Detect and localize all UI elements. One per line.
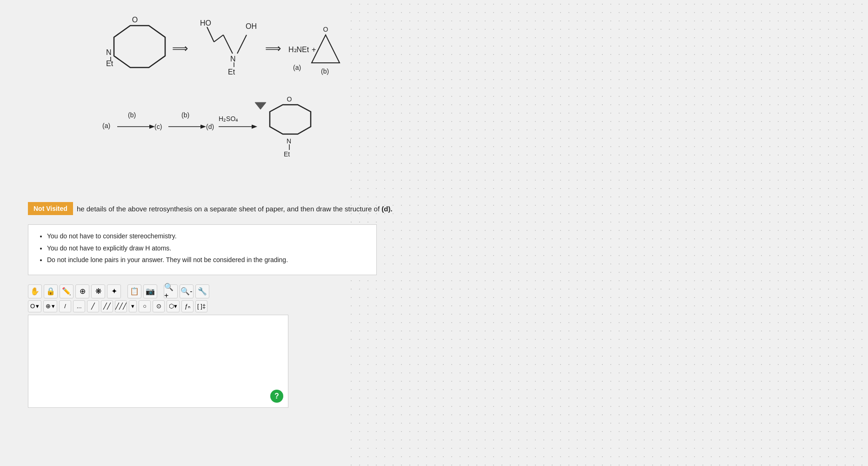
not-visited-badge: Not Visited: [28, 202, 73, 215]
chem-svg: O N Et ⟹ HO N Et OH ⟹ H₂NEt: [28, 9, 437, 191]
triple-bond-button[interactable]: ╱╱╱: [115, 300, 127, 312]
formula-button[interactable]: ƒₙ: [181, 300, 194, 312]
svg-text:O: O: [287, 95, 292, 103]
help-button[interactable]: ?: [270, 390, 283, 403]
svg-line-8: [214, 35, 223, 42]
zoom-in-button[interactable]: 🔍+: [164, 284, 178, 298]
svg-text:Et: Et: [284, 150, 290, 158]
camera-tool-button[interactable]: 📷: [143, 284, 157, 298]
shape-dropdown[interactable]: O ▾: [28, 300, 41, 312]
svg-marker-0: [114, 26, 165, 68]
svg-text:N: N: [106, 48, 112, 56]
lock-tool-button[interactable]: 🔒: [44, 284, 58, 298]
drawing-canvas[interactable]: ?: [28, 315, 288, 408]
double-bond-button[interactable]: ╱╱: [101, 300, 113, 312]
ring-tool-button[interactable]: ⊕: [75, 284, 89, 298]
bond-tool-button[interactable]: ✦: [107, 284, 121, 298]
svg-text:N: N: [230, 55, 236, 63]
svg-line-7: [207, 27, 214, 42]
svg-text:+: +: [312, 46, 316, 54]
select-tool-button[interactable]: ✋: [28, 284, 42, 298]
svg-text:HO: HO: [200, 19, 211, 27]
svg-text:(b): (b): [181, 111, 189, 119]
svg-text:O: O: [132, 16, 138, 24]
toolbar-area: ✋ 🔒 ✏️ ⊕ ❋ ✦ 📋 📷 🔍+ 🔍- 🔧 O ▾ ⊕ ▾ / ...: [28, 284, 307, 312]
svg-marker-36: [255, 102, 266, 109]
clipboard-tool-button[interactable]: 📋: [127, 284, 141, 298]
question-row: Not Visited he details of the above retr…: [28, 202, 868, 215]
svg-text:(a): (a): [102, 122, 110, 129]
svg-text:OH: OH: [246, 22, 257, 30]
ring-dropdown[interactable]: ⊕ ▾: [43, 300, 57, 312]
dashed-bond-button[interactable]: ...: [73, 300, 85, 312]
svg-text:⟹: ⟹: [265, 42, 281, 54]
svg-text:(b): (b): [321, 68, 329, 75]
toolbar-row-1: ✋ 🔒 ✏️ ⊕ ❋ ✦ 📋 📷 🔍+ 🔍- 🔧: [28, 284, 307, 298]
svg-text:(b): (b): [128, 111, 136, 119]
bold-bond-button[interactable]: ╱: [87, 300, 99, 312]
svg-text:Et: Et: [228, 68, 235, 76]
ring-button[interactable]: ○: [139, 300, 151, 312]
instruction-item-2: You do not have to explicitly draw H ato…: [47, 244, 367, 253]
toolbar-row-2: O ▾ ⊕ ▾ / ... ╱ ╱╱ ╱╱╱ ▾ ○ ⊙ ⬡▾ ƒₙ [ ]‡: [28, 300, 307, 312]
svg-text:(d): (d): [206, 123, 214, 130]
svg-text:O: O: [323, 26, 328, 33]
svg-text:H₂NEt: H₂NEt: [288, 46, 309, 54]
shape-dropdown-chevron: ▾: [36, 303, 39, 310]
polygon-dropdown[interactable]: ⬡▾: [167, 300, 180, 312]
polygon-label: ⬡▾: [169, 303, 177, 310]
svg-marker-31: [270, 105, 311, 134]
zoom-out-button[interactable]: 🔍-: [180, 284, 194, 298]
shape-dropdown-label: O: [30, 303, 35, 310]
chain-tool-button[interactable]: ❋: [91, 284, 105, 298]
bond-type-dropdown[interactable]: ▾: [129, 300, 137, 312]
bracket-button[interactable]: [ ]‡: [195, 300, 207, 312]
svg-text:(c): (c): [154, 123, 162, 130]
settings-button[interactable]: 🔧: [195, 284, 209, 298]
instruction-item-1: You do not have to consider stereochemis…: [47, 232, 367, 241]
draw-tool-button[interactable]: ✏️: [60, 284, 73, 298]
svg-text:H₂SO₄: H₂SO₄: [219, 115, 238, 122]
svg-line-13: [237, 35, 247, 54]
instructions-box: You do not have to consider stereochemis…: [28, 224, 377, 275]
aromatic-ring-button[interactable]: ⊙: [153, 300, 165, 312]
single-bond-button[interactable]: /: [59, 300, 71, 312]
question-text: he details of the above retrosynthesis o…: [77, 205, 393, 213]
ring-dropdown-label: ⊕: [46, 303, 51, 310]
svg-line-9: [223, 35, 233, 54]
svg-text:Et: Et: [106, 60, 114, 68]
instruction-item-3: Do not include lone pairs in your answer…: [47, 256, 367, 265]
bond-type-label: ▾: [131, 303, 134, 310]
svg-text:⟹: ⟹: [172, 42, 188, 54]
ring-dropdown-chevron: ▾: [52, 303, 55, 310]
chemistry-diagram: O N Et ⟹ HO N Et OH ⟹ H₂NEt: [28, 9, 447, 193]
svg-text:(a): (a): [293, 64, 301, 71]
svg-text:N: N: [287, 137, 291, 145]
instructions-list: You do not have to consider stereochemis…: [38, 232, 367, 265]
